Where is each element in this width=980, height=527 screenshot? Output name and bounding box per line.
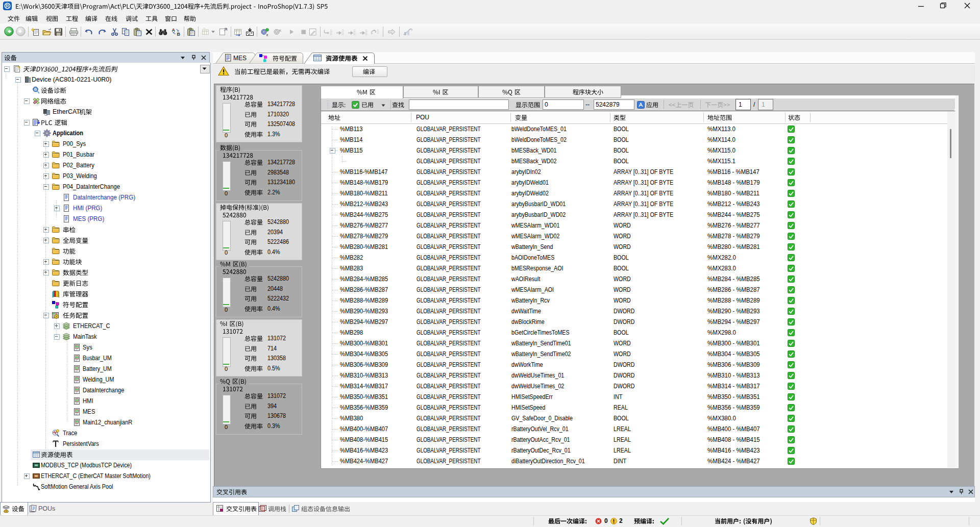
svg-text:B: B: [177, 32, 181, 36]
svg-text:A: A: [172, 28, 176, 33]
